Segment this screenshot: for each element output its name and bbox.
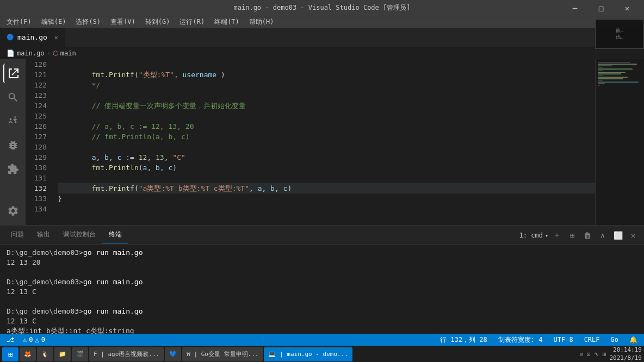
code-line-123	[58, 90, 595, 101]
status-feedback[interactable]: 🔔	[627, 336, 640, 344]
close-button[interactable]: ✕	[615, 0, 640, 16]
activity-search[interactable]	[3, 88, 23, 107]
terminal-output[interactable]: D:\go_demo\demo03>go run main.go 12 13 2…	[0, 245, 644, 334]
terminal-selector: 1: cmd ▾	[519, 232, 548, 239]
status-branch[interactable]: ⎇	[4, 336, 16, 344]
panel-tabs-left: 问题 输出 调试控制台 终端	[4, 225, 128, 244]
menu-run[interactable]: 运行(R)	[175, 16, 209, 28]
code-line-130: fmt.Println(a, b, c)	[58, 163, 595, 173]
warning-count: 0	[41, 336, 45, 344]
breadcrumb-file[interactable]: main.go	[17, 49, 45, 57]
activity-bar-bottom	[3, 201, 23, 225]
term-line-8: 12 13 C	[7, 316, 637, 326]
systray-icons: ⊘ ⊡ ∿ ⊞	[580, 351, 606, 358]
menu-select[interactable]: 选择(S)	[71, 16, 105, 28]
activity-extensions[interactable]	[3, 159, 23, 179]
activity-explorer[interactable]	[3, 64, 23, 83]
app-window: main.go - demo03 - Visual Studio Code [管…	[0, 0, 644, 362]
status-bar: ⎇ ⚠ 0 △ 0 行 132，列 28 制表符宽度: 4 UTF-8 CRLF	[0, 334, 644, 346]
line-numbers: 120 121 122 123 124 125 126 127 128 129 …	[26, 59, 53, 225]
new-terminal-button[interactable]: ＋	[550, 229, 564, 242]
status-bar-left: ⎇ ⚠ 0 △ 0	[4, 336, 47, 344]
code-line-122: */	[58, 80, 595, 90]
taskbar-time: 20:14:192021/8/19	[609, 346, 642, 362]
maximize-button[interactable]: □	[589, 0, 614, 16]
code-line-129: a, b, c := 12, 13, "C"	[58, 152, 595, 163]
status-errors[interactable]: ⚠ 0 △ 0	[21, 336, 47, 344]
tab-main-go[interactable]: 🔵 main.go ✕	[0, 28, 65, 47]
taskbar-go-var[interactable]: W | Go变量 常量申明...	[182, 347, 263, 361]
term-line-7: D:\go_demo\demo03>go run main.go	[7, 307, 637, 316]
editor-with-sidebar: 120 121 122 123 124 125 126 127 128 129 …	[0, 59, 644, 225]
tab-close-icon[interactable]: ✕	[54, 34, 58, 41]
taskbar-firefox[interactable]: 🦊	[20, 347, 36, 361]
code-line-127: // fmt.Println(a, b, c)	[58, 132, 595, 142]
bell-icon: 🔔	[629, 336, 637, 344]
line-ending-text: CRLF	[584, 336, 600, 344]
title-bar: main.go - demo03 - Visual Studio Code [管…	[0, 0, 644, 16]
code-line-125	[58, 111, 595, 121]
taskbar-vscode[interactable]: 💻 | main.go - demo...	[264, 347, 352, 361]
taskbar-penguin[interactable]: 🐧	[37, 347, 53, 361]
window-controls: ─ □ ✕	[562, 0, 640, 16]
code-line-120	[58, 59, 595, 70]
minimize-button[interactable]: ─	[562, 0, 587, 16]
taskbar: ⊞ 🦊 🐧 📁 🎬 F | ago语言视频教... 💙 W | Go变量 常量申…	[0, 346, 644, 362]
editor-and-panel: 120 121 122 123 124 125 126 127 128 129 …	[0, 59, 644, 334]
code-line-126: // a, b, c := 12, 13, 20	[58, 121, 595, 132]
code-line-121: fmt.Printf("类型:%T", username )	[58, 70, 595, 80]
tab-label: main.go	[17, 33, 47, 41]
code-editor[interactable]: 120 121 122 123 124 125 126 127 128 129 …	[26, 59, 644, 225]
term-line-4: D:\go_demo\demo03>go run main.go	[7, 277, 637, 287]
code-content[interactable]: fmt.Printf("类型:%T", username ) */ // 使用端…	[53, 59, 595, 225]
code-line-132: fmt.Printf("a类型:%T b类型:%T c类型:%T", a, b,…	[58, 183, 595, 194]
menu-file[interactable]: 文件(F)	[2, 16, 36, 28]
activity-debug[interactable]	[3, 135, 23, 155]
trash-terminal-button[interactable]: 🗑	[581, 229, 594, 242]
menu-view[interactable]: 查看(V)	[106, 16, 140, 28]
taskbar-blue[interactable]: 💙	[165, 347, 181, 361]
breadcrumb-symbol[interactable]: main	[60, 49, 76, 57]
chevron-down-icon[interactable]: ▾	[545, 233, 548, 239]
term-line-3	[7, 267, 637, 277]
menu-terminal[interactable]: 终端(T)	[210, 16, 244, 28]
menu-help[interactable]: 帮助(H)	[245, 16, 278, 28]
panel-tabs: 问题 输出 调试控制台 终端 1: cmd ▾ ＋ ⊞ 🗑 ∧	[0, 226, 644, 245]
code-line-133: }	[58, 194, 595, 204]
taskbar-filemanager[interactable]: 📁	[54, 347, 71, 361]
tab-problems[interactable]: 问题	[4, 225, 30, 244]
term-line-6	[7, 297, 637, 307]
status-encoding[interactable]: UTF-8	[552, 336, 575, 344]
encoding-text: UTF-8	[554, 336, 573, 344]
status-col[interactable]: 制表符宽度: 4	[496, 335, 545, 345]
taskbar-video[interactable]: 🎬	[72, 347, 88, 361]
code-line-131	[58, 173, 595, 183]
taskbar-systray: ⊘ ⊡ ∿ ⊞ 20:14:192021/8/19	[580, 346, 642, 362]
code-line-134	[58, 204, 595, 214]
taskbar-video-player[interactable]: F | ago语言视频教...	[89, 347, 164, 361]
activity-source-control[interactable]	[3, 111, 23, 131]
panel-controls: 1: cmd ▾ ＋ ⊞ 🗑 ∧ ⬜ ✕	[519, 229, 640, 244]
tab-debug-console[interactable]: 调试控制台	[57, 225, 102, 244]
tab-bar: 🔵 main.go ✕	[0, 28, 644, 47]
col-text: 制表符宽度: 4	[498, 335, 543, 345]
split-terminal-button[interactable]: ⊞	[566, 229, 579, 242]
collapse-panel-button[interactable]: ∧	[596, 229, 609, 242]
breadcrumb-file-icon: 📄	[7, 49, 15, 57]
tab-terminal[interactable]: 终端	[102, 225, 128, 244]
minimap: 彼…优…	[595, 59, 644, 225]
git-branch-icon: ⎇	[7, 336, 14, 344]
start-button[interactable]: ⊞	[2, 347, 18, 361]
tab-output[interactable]: 输出	[30, 225, 57, 244]
position-text: 行 132，列 28	[440, 335, 487, 345]
menu-edit[interactable]: 编辑(E)	[37, 16, 71, 28]
status-line-ending[interactable]: CRLF	[582, 336, 602, 344]
close-panel-button[interactable]: ✕	[627, 229, 640, 242]
menu-bar: 文件(F) 编辑(E) 选择(S) 查看(V) 转到(G) 运行(R) 终端(T…	[0, 16, 644, 28]
menu-goto[interactable]: 转到(G)	[141, 16, 175, 28]
warning-icon: △	[35, 336, 39, 344]
activity-settings[interactable]	[3, 201, 23, 221]
status-language[interactable]: Go	[609, 336, 621, 344]
status-position[interactable]: 行 132，列 28	[438, 335, 490, 345]
maximize-panel-button[interactable]: ⬜	[611, 229, 624, 242]
